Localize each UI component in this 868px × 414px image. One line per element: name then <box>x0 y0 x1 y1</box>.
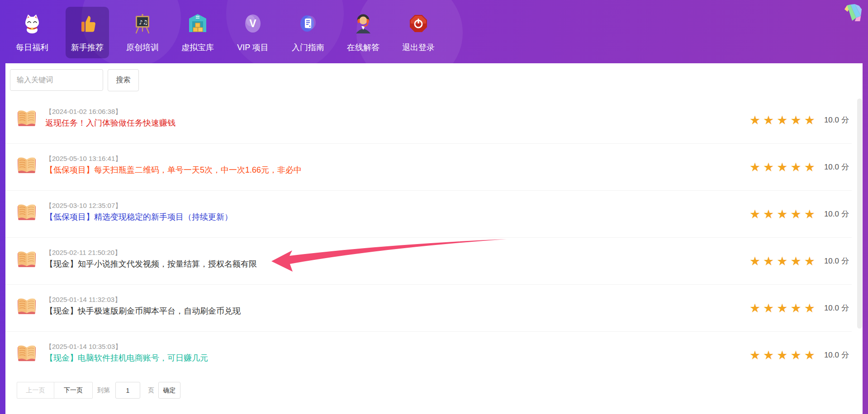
item-title-link[interactable]: 返现任务！入门体验做任务快速赚钱 <box>45 118 175 128</box>
star-icons: ★★★★★ <box>749 208 818 220</box>
item-date: 【2024-01-02 16:06:38】 <box>45 108 122 116</box>
nav-item-label: 新手推荐 <box>71 42 104 53</box>
blackboard-icon: ♪♫ <box>132 13 153 34</box>
confirm-page-button[interactable]: 确定 <box>158 382 180 399</box>
prev-page-button[interactable]: 上一页 <box>17 382 54 399</box>
nav-item-label: 每日福利 <box>16 42 48 53</box>
item-title-link[interactable]: 【现金】快手极速版刷金币脚本平台，自动刷金币兑现 <box>45 306 241 316</box>
item-rating: ★★★★★ 10.0分 <box>749 238 849 284</box>
search-button[interactable]: 搜索 <box>108 69 139 91</box>
support-icon <box>352 13 374 34</box>
pagination: 上一页 下一页 到第 页 确定 <box>5 382 863 399</box>
score-value: 10.0 <box>824 116 839 124</box>
score-value: 10.0 <box>824 304 839 312</box>
item-date: 【2025-05-10 13:16:41】 <box>45 155 122 163</box>
score-unit: 分 <box>841 210 849 218</box>
item-title-link[interactable]: 【现金】电脑软件挂机电商账号，可日赚几元 <box>45 353 208 363</box>
open-book-icon <box>16 202 37 222</box>
app-page: 每日福利 新手推荐 ♪♫ 原创培训 虚拟宝库 V VIP 项目 <box>0 0 868 414</box>
nav-item-guide[interactable]: 入门指南 <box>286 7 330 58</box>
content-card: 搜索 【2024-01-02 16:06:38】 返现任务！入门体验做任务快速赚… <box>5 63 863 414</box>
site-logo-icon <box>843 4 864 22</box>
nav-item-support[interactable]: 在线解答 <box>342 7 385 58</box>
item-title-link[interactable]: 【低保项目】每天扫瓶盖二维码，单号一天5次，中一次1.66元，非必中 <box>45 165 302 175</box>
star-icons: ★★★★★ <box>749 114 818 126</box>
score-unit: 分 <box>841 351 849 359</box>
nav-item-label: 退出登录 <box>402 42 435 53</box>
svg-text:♪♫: ♪♫ <box>139 19 148 26</box>
goto-page-suffix-label: 页 <box>148 386 154 395</box>
item-rating: ★★★★★ 10.0分 <box>749 144 849 190</box>
score-value: 10.0 <box>824 257 839 265</box>
item-date: 【2025-01-14 10:35:03】 <box>45 343 122 351</box>
vip-icon: V <box>242 13 264 34</box>
open-book-icon <box>16 155 37 175</box>
item-rating: ★★★★★ 10.0分 <box>749 332 849 378</box>
article-list: 【2024-01-02 16:06:38】 返现任务！入门体验做任务快速赚钱 ★… <box>5 97 852 378</box>
open-book-icon <box>16 343 37 363</box>
lucky-cat-icon <box>21 13 43 34</box>
top-nav: 每日福利 新手推荐 ♪♫ 原创培训 虚拟宝库 V VIP 项目 <box>10 7 440 58</box>
nav-item-lucky-cat[interactable]: 每日福利 <box>10 7 54 58</box>
score-value: 10.0 <box>824 163 839 171</box>
svg-text:V: V <box>249 18 256 29</box>
list-item: 【2025-05-10 13:16:41】 【低保项目】每天扫瓶盖二维码，单号一… <box>5 144 852 191</box>
nav-item-blackboard[interactable]: ♪♫ 原创培训 <box>121 7 164 58</box>
guide-icon <box>297 13 319 34</box>
score-unit: 分 <box>841 163 849 171</box>
score-value: 10.0 <box>824 210 839 218</box>
star-icons: ★★★★★ <box>749 349 818 361</box>
nav-item-logout[interactable]: 退出登录 <box>397 7 440 58</box>
nav-item-vip[interactable]: V VIP 项目 <box>231 7 275 58</box>
goto-page-prefix-label: 到第 <box>97 386 110 395</box>
item-rating: ★★★★★ 10.0分 <box>749 97 849 143</box>
item-date: 【2025-02-11 21:50:20】 <box>45 249 121 257</box>
star-icons: ★★★★★ <box>749 161 818 173</box>
score-value: 10.0 <box>824 351 839 359</box>
nav-item-treasure[interactable]: 虚拟宝库 <box>176 7 219 58</box>
list-item: 【2025-02-11 21:50:20】 【现金】知乎小说推文代发视频，按量结… <box>5 238 852 285</box>
scrollbar-thumb[interactable] <box>857 99 862 329</box>
score-unit: 分 <box>841 304 849 312</box>
logout-icon <box>408 13 429 34</box>
list-item: 【2025-03-10 12:35:07】 【低保项目】精选变现稳定的新手项目（… <box>5 191 852 238</box>
item-title-link[interactable]: 【现金】知乎小说推文代发视频，按量结算，授权名额有限 <box>45 259 257 269</box>
thumb-up-icon <box>76 13 98 34</box>
item-rating: ★★★★★ 10.0分 <box>749 285 849 331</box>
treasure-icon <box>187 13 209 34</box>
item-date: 【2025-01-14 11:32:03】 <box>45 296 121 304</box>
open-book-icon <box>16 249 37 269</box>
page-number-input[interactable] <box>115 382 140 399</box>
score-unit: 分 <box>841 116 849 124</box>
next-page-button[interactable]: 下一页 <box>54 382 93 399</box>
list-item: 【2025-01-14 11:32:03】 【现金】快手极速版刷金币脚本平台，自… <box>5 285 852 332</box>
search-input[interactable] <box>10 69 103 91</box>
nav-item-label: 入门指南 <box>292 42 324 53</box>
star-icons: ★★★★★ <box>749 302 818 314</box>
nav-item-thumb-up[interactable]: 新手推荐 <box>66 7 109 58</box>
nav-item-label: 在线解答 <box>347 42 379 53</box>
nav-item-label: VIP 项目 <box>237 42 269 53</box>
item-rating: ★★★★★ 10.0分 <box>749 191 849 237</box>
item-date: 【2025-03-10 12:35:07】 <box>45 202 122 210</box>
list-item: 【2025-01-14 10:35:03】 【现金】电脑软件挂机电商账号，可日赚… <box>5 332 852 378</box>
nav-item-label: 原创培训 <box>126 42 159 53</box>
item-title-link[interactable]: 【低保项目】精选变现稳定的新手项目（持续更新） <box>45 212 232 222</box>
nav-item-label: 虚拟宝库 <box>181 42 214 53</box>
score-unit: 分 <box>841 257 849 265</box>
list-item: 【2024-01-02 16:06:38】 返现任务！入门体验做任务快速赚钱 ★… <box>5 97 852 144</box>
star-icons: ★★★★★ <box>749 255 818 267</box>
open-book-icon <box>16 296 37 316</box>
open-book-icon <box>16 108 37 128</box>
